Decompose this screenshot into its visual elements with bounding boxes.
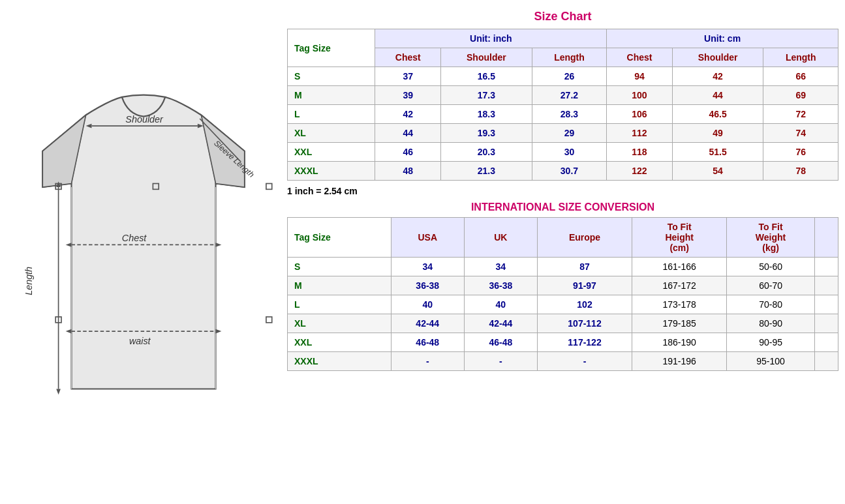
inch-length-cell: 28.3 [532, 105, 606, 124]
intl-uk-cell: 42-44 [464, 314, 537, 333]
intl-height-cell: 179-185 [632, 314, 727, 333]
svg-text:Length: Length [23, 267, 34, 295]
tshirt-diagram: Shoulder Sleeve Length Chest Length wais… [7, 7, 281, 497]
tag-size-cell: M [288, 86, 375, 105]
intl-row: XXXL - - - 191-196 95-100 [288, 352, 838, 371]
unit-inch-header: Unit: inch [375, 29, 607, 48]
cm-length-cell: 74 [763, 124, 838, 143]
tag-size-cell: S [288, 67, 375, 86]
inch-length-cell: 30 [532, 143, 606, 162]
svg-rect-6 [266, 317, 272, 323]
intl-usa-cell: 36-38 [391, 276, 464, 295]
intl-empty-cell [814, 276, 838, 295]
inch-chest-cell: 39 [375, 86, 441, 105]
cm-shoulder-cell: 46.5 [672, 105, 763, 124]
size-chart-title: Size Chart [287, 10, 838, 23]
intl-usa-cell: 42-44 [391, 314, 464, 333]
intl-tag-size-cell: XXXL [288, 352, 392, 371]
svg-rect-5 [266, 184, 272, 190]
size-chart-row: XXXL 48 21.3 30.7 122 54 78 [288, 162, 838, 181]
tag-size-cell: XL [288, 124, 375, 143]
intl-height-cell: 167-172 [632, 276, 727, 295]
intl-empty-cell [814, 258, 838, 276]
size-chart-row: L 42 18.3 28.3 106 46.5 72 [288, 105, 838, 124]
col-to-fit-height: To FitHeight(cm) [632, 218, 727, 258]
inch-length-cell: 30.7 [532, 162, 606, 181]
intl-tag-size-cell: M [288, 276, 392, 295]
intl-usa-cell: 46-48 [391, 333, 464, 352]
cm-length-cell: 78 [763, 162, 838, 181]
intl-empty-cell [814, 314, 838, 333]
svg-text:waist: waist [129, 336, 151, 346]
intl-row: L 40 40 102 173-178 70-80 [288, 295, 838, 314]
svg-marker-15 [66, 243, 72, 247]
intl-uk-cell: 36-38 [464, 276, 537, 295]
svg-marker-22 [66, 329, 72, 334]
col-cm-length: Length [763, 48, 838, 67]
intl-weight-cell: 70-80 [727, 295, 815, 314]
inch-length-cell: 26 [532, 67, 606, 86]
intl-europe-cell: 87 [537, 258, 632, 276]
col-inch-chest: Chest [375, 48, 441, 67]
inch-chest-cell: 48 [375, 162, 441, 181]
col-usa: USA [391, 218, 464, 258]
size-chart-row: M 39 17.3 27.2 100 44 69 [288, 86, 838, 105]
intl-uk-cell: 34 [464, 258, 537, 276]
intl-row: XXL 46-48 46-48 117-122 186-190 90-95 [288, 333, 838, 352]
intl-row: XL 42-44 42-44 107-112 179-185 80-90 [288, 314, 838, 333]
cm-shoulder-cell: 49 [672, 124, 763, 143]
intl-tag-size-cell: L [288, 295, 392, 314]
intl-weight-cell: 90-95 [727, 333, 815, 352]
svg-marker-16 [216, 243, 222, 247]
intl-uk-cell: 40 [464, 295, 537, 314]
inch-chest-cell: 37 [375, 67, 441, 86]
col-empty [814, 218, 838, 258]
cm-chest-cell: 94 [607, 67, 673, 86]
intl-empty-cell [814, 295, 838, 314]
intl-weight-cell: 80-90 [727, 314, 815, 333]
cm-shoulder-cell: 54 [672, 162, 763, 181]
size-chart-row: XXL 46 20.3 30 118 51.5 76 [288, 143, 838, 162]
svg-marker-23 [216, 329, 222, 334]
inch-chest-cell: 46 [375, 143, 441, 162]
intl-uk-cell: - [464, 352, 537, 371]
col-cm-chest: Chest [607, 48, 673, 67]
inch-shoulder-cell: 16.5 [441, 67, 532, 86]
intl-usa-cell: 34 [391, 258, 464, 276]
intl-conversion-table: Tag Size USA UK Europe To FitHeight(cm) … [287, 217, 838, 371]
cm-chest-cell: 106 [607, 105, 673, 124]
intl-europe-cell: - [537, 352, 632, 371]
intl-tag-size-cell: XL [288, 314, 392, 333]
intl-tag-size-cell: XXL [288, 333, 392, 352]
intl-empty-cell [814, 333, 838, 352]
intl-empty-cell [814, 352, 838, 371]
svg-text:Shoulder: Shoulder [125, 114, 164, 125]
intl-row: S 34 34 87 161-166 50-60 [288, 258, 838, 276]
intl-europe-cell: 102 [537, 295, 632, 314]
intl-tag-size-cell: S [288, 258, 392, 276]
inch-shoulder-cell: 20.3 [441, 143, 532, 162]
cm-chest-cell: 122 [607, 162, 673, 181]
tag-size-header: Tag Size [288, 29, 375, 67]
svg-text:Chest: Chest [122, 233, 147, 243]
intl-weight-cell: 95-100 [727, 352, 815, 371]
inch-shoulder-cell: 19.3 [441, 124, 532, 143]
col-europe: Europe [537, 218, 632, 258]
intl-tag-size-header: Tag Size [288, 218, 392, 258]
intl-height-cell: 186-190 [632, 333, 727, 352]
cm-length-cell: 76 [763, 143, 838, 162]
inch-shoulder-cell: 21.3 [441, 162, 532, 181]
col-uk: UK [464, 218, 537, 258]
col-to-fit-weight: To FitWeight(kg) [727, 218, 815, 258]
inch-length-cell: 27.2 [532, 86, 606, 105]
intl-height-cell: 173-178 [632, 295, 727, 314]
tag-size-cell: XXXL [288, 162, 375, 181]
inch-chest-cell: 44 [375, 124, 441, 143]
unit-cm-header: Unit: cm [607, 29, 838, 48]
cm-chest-cell: 118 [607, 143, 673, 162]
cm-chest-cell: 112 [607, 124, 673, 143]
inch-note: 1 inch = 2.54 cm [287, 186, 838, 196]
col-inch-length: Length [532, 48, 606, 67]
inch-length-cell: 29 [532, 124, 606, 143]
cm-shoulder-cell: 42 [672, 67, 763, 86]
